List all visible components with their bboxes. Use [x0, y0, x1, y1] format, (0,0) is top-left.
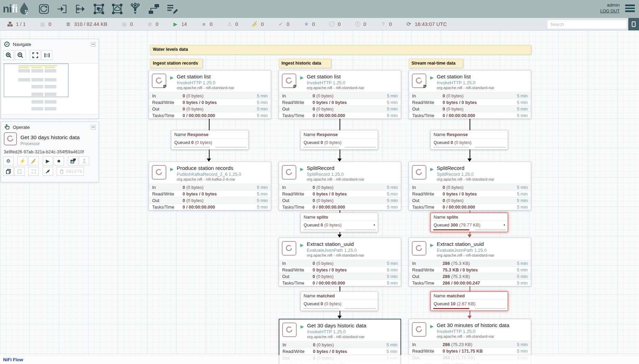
processor-toolbar-icon[interactable]: [38, 3, 50, 15]
zoom-fit-button[interactable]: [30, 50, 40, 60]
stat-row-in: In0 (0 bytes)5 min: [409, 92, 531, 99]
processor-extract-station-uuid-2[interactable]: ▶ Extract station_uuid EvaluateJsonPath …: [409, 238, 531, 286]
locally-modified-stale-count: 0: [363, 21, 366, 27]
enable-button[interactable]: ⚡: [17, 156, 28, 165]
transmitting-icon: ◎: [121, 21, 127, 27]
stat-row-out: Out0 (0 bytes)5 min: [409, 105, 531, 112]
remote-process-group-toolbar-icon[interactable]: [111, 3, 123, 15]
label-toolbar-icon[interactable]: [166, 3, 178, 15]
connection-arrow: [337, 316, 342, 319]
input-port-toolbar-icon[interactable]: [56, 3, 68, 15]
processor-get-station-list-2[interactable]: P ▶ Get station list InvokeHTTP 1.25.0 o…: [279, 70, 401, 119]
primary-node-badge: P: [163, 84, 166, 89]
logout-link[interactable]: LOG OUT: [600, 9, 620, 13]
transmitting-count: 0: [130, 21, 133, 27]
running-icon: ▶: [172, 21, 178, 27]
connection-label-response-2[interactable]: Name Response Queued 0 (0 bytes): [300, 130, 378, 150]
processor-header: ▶ Get 30 minutes of historic data Invoke…: [409, 319, 531, 341]
connection-label-splits-2[interactable]: Name splits Queued 300 (79.77 KB)◑: [430, 213, 508, 232]
collapse-navigate-button[interactable]: [91, 42, 95, 47]
stat-row-tasks: Tasks/Time0 / 00:00:00.0005 min: [279, 279, 401, 286]
connection-label-response-1[interactable]: Name Response Queued 0 (0 bytes): [171, 130, 249, 150]
processor-type: InvokeHTTP 1.25.0: [437, 80, 494, 85]
processor-header: ▶ Extract station_uuid EvaluateJsonPath …: [279, 238, 401, 260]
label-ingest-historic-data[interactable]: Ingest historic data: [279, 59, 331, 68]
save-template-button[interactable]: [68, 156, 78, 165]
queued-count: 310 / 82.44 KB: [74, 21, 107, 27]
processor-type: EvaluateJsonPath 1.25.0: [437, 248, 494, 253]
processor-header: ▶ Produce station records PublishKafkaRe…: [149, 162, 271, 184]
processor-header: ▶ SplitRecord SplitRecord 1.25.0 org.apa…: [279, 162, 401, 184]
stat-row-in: In0 (0 bytes)5 min: [279, 92, 401, 99]
stat-row-readwrite: Read/Write0 bytes / 0 bytes5 min: [279, 190, 401, 197]
color-button[interactable]: [43, 167, 53, 176]
processor-header: P ▶ Get station list InvokeHTTP 1.25.0 o…: [149, 70, 271, 92]
nifi-droplet-icon: [18, 2, 31, 16]
label-water-levels-data[interactable]: Water levels data: [150, 45, 531, 55]
zoom-out-button[interactable]: [15, 50, 26, 60]
processor-stamp-icon: [282, 241, 296, 256]
processor-get-station-list-3[interactable]: P ▶ Get station list InvokeHTTP 1.25.0 o…: [409, 70, 531, 119]
navigate-panel: Navigate: [1, 39, 99, 119]
zoom-in-button[interactable]: [3, 50, 14, 60]
processor-stamp-icon: [282, 165, 296, 180]
processor-header: ▶ SplitRecord SplitRecord 1.25.0 org.apa…: [409, 162, 531, 184]
funnel-toolbar-icon[interactable]: [129, 3, 142, 15]
connection-label-matched-2[interactable]: Name matched Queued 10 (2.67 KB): [430, 291, 508, 311]
search-input[interactable]: [547, 20, 627, 29]
processor-stamp-icon: [412, 165, 426, 180]
stat-row-in: In0 (0 bytes)5 min: [279, 184, 401, 190]
process-group-toolbar-icon[interactable]: [93, 3, 105, 15]
label-text: Stream real-time data: [411, 61, 455, 66]
processor-bundle: org.apache.nifi - nifi-standard-nar: [177, 86, 234, 90]
paste-button: [14, 167, 25, 176]
breadcrumb-nifi-flow[interactable]: NiFi Flow: [3, 357, 23, 362]
stat-row-tasks: Tasks/Time0 / 00:00:00.0005 min: [279, 112, 401, 118]
flow-canvas[interactable]: Water levels data Ingest station records…: [0, 30, 639, 364]
nifi-logo: nifi: [3, 2, 31, 16]
processor-extract-station-uuid-1[interactable]: ▶ Extract station_uuid EvaluateJsonPath …: [279, 238, 401, 286]
stat-row-readwrite: Read/Write75.3 KB / 0 bytes5 min: [409, 266, 531, 273]
load-balance-icon: ◑: [502, 222, 505, 227]
connection-label-splits-1[interactable]: Name splits Queued 0 (0 bytes)◑: [300, 213, 378, 232]
processor-produce-station-records[interactable]: ▶ Produce station records PublishKafkaRe…: [149, 162, 271, 210]
processor-bundle: org.apache.nifi - nifi-standard-nar: [307, 253, 364, 257]
collapse-operate-button[interactable]: [91, 125, 95, 130]
label-text: Water levels data: [153, 47, 188, 52]
connection-label-response-3[interactable]: Name Response Queued 0 (0 bytes): [430, 130, 508, 150]
processor-header: ▶ Extract station_uuid EvaluateJsonPath …: [409, 238, 531, 260]
disabled-icon: ⚡: [252, 21, 258, 27]
zoom-actual-size-button[interactable]: [41, 50, 52, 60]
stat-row-tasks: Tasks/Time0 / 00:00:00.0005 min: [149, 112, 271, 118]
processor-name: Get 30 minutes of historic data: [437, 322, 509, 328]
stat-row-out: Out0 (0 bytes)5 min: [279, 273, 401, 279]
not-transmitting-count: 0: [156, 21, 158, 27]
running-status-icon: ▶: [300, 242, 304, 257]
label-text: Ingest station records: [153, 61, 198, 66]
template-toolbar-icon[interactable]: [148, 3, 160, 15]
invalid-icon: ⚠: [226, 21, 233, 27]
configure-button[interactable]: ⚙: [3, 156, 13, 165]
processor-stamp-icon: P: [412, 74, 426, 88]
processor-get-station-list-1[interactable]: P ▶ Get station list InvokeHTTP 1.25.0 o…: [149, 70, 271, 119]
processor-stamp-icon: P: [152, 74, 166, 88]
connection-name: Response: [317, 132, 338, 137]
search-settings-button[interactable]: [628, 18, 639, 30]
disable-button[interactable]: ⚡: [28, 156, 39, 165]
label-stream-real-time-data[interactable]: Stream real-time data: [409, 59, 463, 68]
stat-row-out: Out286 (75.3 KB)5 min: [409, 273, 531, 279]
copy-button[interactable]: [3, 167, 13, 176]
connection-label-matched-1[interactable]: Name matched Queued 0 (0 bytes): [300, 291, 378, 311]
output-port-toolbar-icon[interactable]: [74, 3, 87, 15]
processor-splitrecord-2[interactable]: ▶ SplitRecord SplitRecord 1.25.0 org.apa…: [409, 162, 531, 210]
running-status-icon: ▶: [430, 242, 434, 257]
breadcrumb-bar: NiFi Flow: [0, 355, 639, 364]
processor-splitrecord-1[interactable]: ▶ SplitRecord SplitRecord 1.25.0 org.apa…: [279, 162, 401, 210]
stop-button[interactable]: ■: [54, 156, 64, 165]
refresh-icon: ⟳: [406, 21, 412, 27]
global-menu-icon[interactable]: [625, 4, 635, 13]
stat-row-readwrite: Read/Write0 bytes / 0 bytes5 min: [409, 99, 531, 105]
start-button[interactable]: ▶: [43, 156, 53, 165]
label-ingest-station-records[interactable]: Ingest station records: [150, 59, 203, 68]
birdseye-minimap[interactable]: [1, 63, 99, 115]
